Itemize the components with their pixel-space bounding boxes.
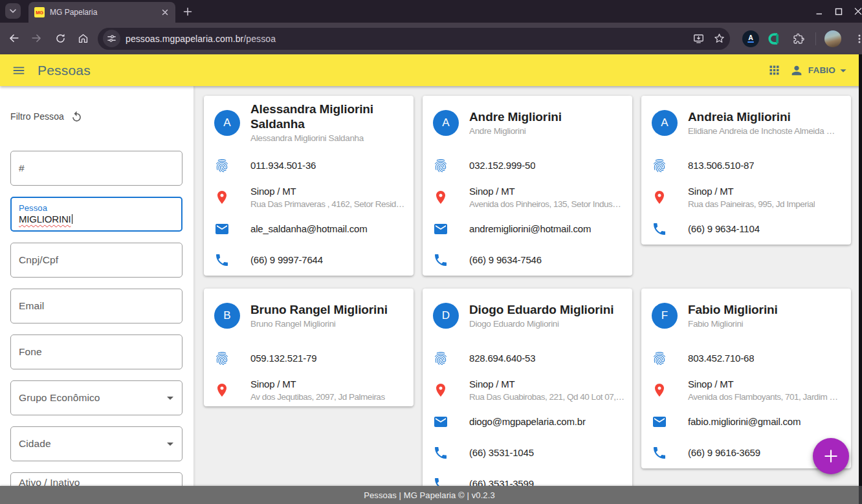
location-pin-icon bbox=[433, 382, 448, 398]
tab-close-button[interactable] bbox=[160, 7, 170, 17]
cpf-row: 059.132.521-79 bbox=[204, 343, 414, 374]
close-window-button[interactable] bbox=[854, 5, 862, 19]
extension-authenticator-button[interactable]: A bbox=[742, 30, 759, 47]
page-scrollbar[interactable] bbox=[859, 54, 862, 504]
toolbar-separator bbox=[815, 32, 816, 45]
person-subtitle: Diogo Eduardo Migliorini bbox=[469, 318, 613, 330]
add-person-button[interactable] bbox=[813, 438, 849, 474]
home-button[interactable] bbox=[74, 30, 92, 48]
authenticator-letter: A bbox=[748, 34, 753, 41]
filter-header: Filtro Pessoa bbox=[10, 110, 183, 123]
phone-icon bbox=[652, 445, 667, 461]
app-header: Pessoas FABIO bbox=[0, 54, 862, 86]
field-label: Email bbox=[19, 300, 44, 312]
new-tab-button[interactable] bbox=[180, 4, 195, 19]
filter-field-email[interactable]: Email bbox=[10, 289, 182, 323]
url-text[interactable]: pessoas.mgpapelaria.com.br/pessoa bbox=[126, 34, 685, 44]
location-pin-icon bbox=[652, 190, 667, 205]
avatar: D bbox=[433, 303, 459, 329]
address-row: Sinop / MT Rua Das Primaveras , 4162, Se… bbox=[204, 181, 414, 214]
person-card[interactable]: A Andreia Migliorini Elidiane Andreia de… bbox=[641, 96, 851, 245]
browser-profile-avatar[interactable] bbox=[824, 30, 841, 47]
address-bar[interactable]: pessoas.mgpapelaria.com.br/pessoa bbox=[98, 28, 730, 50]
teal-extension-icon bbox=[768, 32, 782, 46]
window-controls bbox=[815, 0, 862, 23]
card-head-text: Diogo Eduardo Migliorini Diogo Eduardo M… bbox=[469, 302, 613, 330]
person-subtitle: Alessandra Migliorini Saldanha bbox=[250, 132, 403, 144]
phone-row: (66) 9 9634-1104 bbox=[641, 214, 851, 245]
email-row: andremigliorini@hotmail.com bbox=[423, 214, 632, 245]
avatar: B bbox=[214, 303, 240, 329]
minimize-button[interactable] bbox=[815, 5, 823, 19]
people-grid: A Alessandra Migliorini Saldanha Alessan… bbox=[204, 96, 851, 499]
person-card[interactable]: A Andre Migliorini Andre Migliorini 032.… bbox=[423, 96, 632, 276]
city-value: Sinop / MT bbox=[250, 185, 404, 198]
browser-tab[interactable]: MG MG Papelaria bbox=[28, 2, 175, 23]
phone-row: (66) 3531-1045 bbox=[423, 437, 632, 468]
cpf-value: 803.452.710-68 bbox=[688, 352, 754, 365]
address-value: Av dos Jequtibas, 2097, Jd Palmeiras bbox=[250, 391, 385, 403]
person-card[interactable]: B Bruno Rangel Migliorini Bruno Rangel M… bbox=[204, 289, 414, 406]
replay-icon bbox=[71, 111, 83, 123]
install-app-button[interactable] bbox=[691, 31, 706, 47]
extensions-area: A bbox=[735, 30, 862, 47]
user-menu-button[interactable] bbox=[788, 61, 806, 80]
fingerprint-icon bbox=[433, 351, 448, 366]
forward-button[interactable] bbox=[27, 30, 45, 48]
address-value: Rua Das Primaveras , 4162, Setor Resid… bbox=[250, 198, 404, 210]
phone-icon bbox=[433, 445, 448, 461]
star-icon bbox=[713, 32, 725, 45]
browser-toolbar: pessoas.mgpapelaria.com.br/pessoa A bbox=[0, 23, 862, 54]
address-value: Rua Das Guabirobas, 221, Qd 40 Lot 07,… bbox=[469, 391, 624, 403]
filter-field-pessoa[interactable]: Pessoa MIGLIORINI bbox=[10, 197, 182, 232]
plus-icon bbox=[823, 448, 839, 465]
site-settings-button[interactable] bbox=[103, 30, 120, 47]
reset-filter-button[interactable] bbox=[70, 110, 83, 123]
city-value: Sinop / MT bbox=[469, 378, 624, 391]
filter-field-grupo[interactable]: Grupo Econômico bbox=[10, 380, 182, 415]
card-rows: 032.152.999-50 Sinop / MT Avenida dos Pi… bbox=[423, 150, 632, 276]
footer-text: Pessoas | MG Papelaria © | v0.2.3 bbox=[364, 490, 494, 500]
reload-button[interactable] bbox=[51, 30, 69, 48]
authenticator-icon: A bbox=[742, 30, 759, 47]
phone-value: (66) 9 9616-3659 bbox=[688, 446, 760, 459]
back-button[interactable] bbox=[5, 30, 23, 48]
filter-title: Filtro Pessoa bbox=[10, 111, 64, 122]
user-dropdown-button[interactable] bbox=[835, 63, 851, 78]
person-card[interactable]: A Alessandra Migliorini Saldanha Alessan… bbox=[204, 96, 414, 276]
person-icon bbox=[790, 63, 804, 78]
cpf-row: 032.152.999-50 bbox=[423, 150, 632, 181]
bookmark-button[interactable] bbox=[711, 31, 727, 47]
card-header: D Diogo Eduardo Migliorini Diogo Eduardo… bbox=[423, 289, 632, 343]
apps-menu-button[interactable] bbox=[766, 61, 784, 80]
card-rows: 059.132.521-79 Sinop / MT Av dos Jequtib… bbox=[204, 343, 414, 406]
card-header: A Andre Migliorini Andre Migliorini bbox=[423, 96, 632, 150]
user-name[interactable]: FABIO bbox=[808, 65, 835, 75]
email-icon bbox=[214, 221, 230, 237]
tab-search-button[interactable] bbox=[5, 3, 21, 19]
field-label: # bbox=[19, 162, 25, 174]
filter-field-fone[interactable]: Fone bbox=[10, 334, 182, 369]
person-card[interactable]: D Diogo Eduardo Migliorini Diogo Eduardo… bbox=[423, 289, 632, 499]
extensions-menu-button[interactable] bbox=[790, 30, 807, 47]
cpf-value: 828.694.640-53 bbox=[469, 352, 535, 365]
email-value: ale_saldanha@hotmail.com bbox=[250, 223, 368, 236]
filter-field-cidade[interactable]: Cidade bbox=[10, 426, 182, 461]
avatar: A bbox=[214, 110, 240, 136]
person-subtitle: Elidiane Andreia de Inchoste Almeida … bbox=[688, 125, 835, 137]
card-header: A Alessandra Migliorini Saldanha Alessan… bbox=[204, 96, 414, 150]
filter-field-id[interactable]: # bbox=[10, 151, 182, 186]
address-value: Avenida dos Flamboyants, 701, Jardim … bbox=[688, 391, 837, 403]
maximize-button[interactable] bbox=[835, 5, 843, 19]
menu-button[interactable] bbox=[10, 62, 27, 79]
person-name: Bruno Rangel Migliorini bbox=[250, 302, 388, 317]
phone-icon bbox=[433, 252, 448, 268]
person-subtitle: Bruno Rangel Migliorini bbox=[250, 318, 388, 330]
extension-teal-button[interactable] bbox=[766, 30, 783, 47]
card-head-text: Andre Migliorini Andre Migliorini bbox=[469, 109, 562, 137]
cpf-row: 011.934.501-36 bbox=[204, 150, 414, 181]
cpf-value: 059.132.521-79 bbox=[250, 352, 316, 365]
back-icon bbox=[8, 32, 20, 45]
browser-menu-button[interactable] bbox=[852, 31, 862, 47]
filter-field-cnpj[interactable]: Cnpj/Cpf bbox=[10, 243, 182, 278]
